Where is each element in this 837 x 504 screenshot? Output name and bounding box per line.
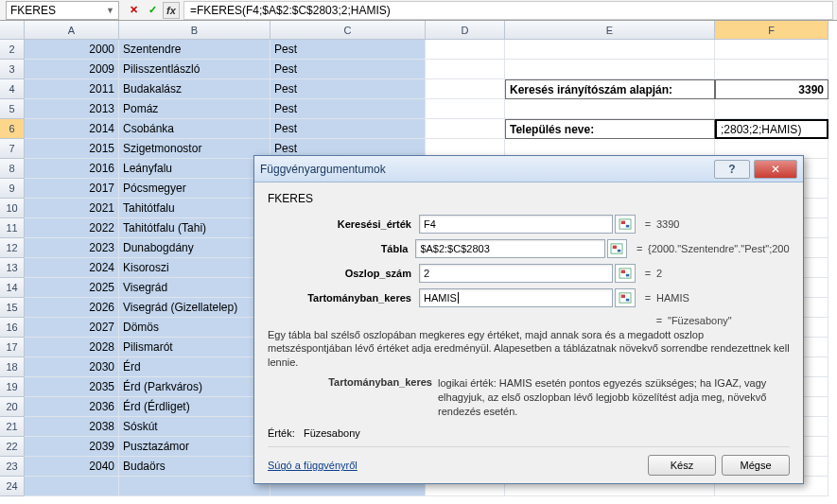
row-header-8[interactable]: 8 [0, 159, 25, 179]
cancel-icon[interactable]: ✕ [125, 2, 142, 19]
cell-A7[interactable]: 2015 [25, 139, 119, 159]
cell-B6[interactable]: Csobánka [119, 119, 270, 139]
cell-B14[interactable]: Visegrád [119, 278, 270, 298]
cell-A23[interactable]: 2040 [25, 457, 119, 477]
cell-B12[interactable]: Dunabogdány [119, 238, 270, 258]
cell-A18[interactable]: 2030 [25, 357, 119, 377]
formula-input[interactable]: =FKERES(F4;$A$2:$C$2803;2;HAMIS) [183, 1, 833, 20]
cell-A15[interactable]: 2026 [25, 298, 119, 318]
cell-C3[interactable]: Pest [270, 60, 426, 79]
cell-B2[interactable]: Szentendre [119, 40, 270, 60]
row-header-20[interactable]: 20 [0, 397, 25, 417]
cell-B5[interactable]: Pomáz [119, 99, 270, 119]
row-header-17[interactable]: 17 [0, 338, 25, 357]
arg-input[interactable]: F4 [419, 215, 613, 234]
row-header-19[interactable]: 19 [0, 377, 25, 397]
cell-A14[interactable]: 2025 [25, 278, 119, 298]
arg-input[interactable]: HAMIS [419, 288, 613, 307]
cell-A21[interactable]: 2038 [25, 417, 119, 437]
dialog-titlebar[interactable]: Függvényargumentumok ? ✕ [254, 156, 803, 182]
cell-B23[interactable]: Budaörs [119, 457, 270, 477]
range-picker-icon[interactable] [607, 239, 628, 258]
range-picker-icon[interactable] [615, 264, 636, 283]
cell-A22[interactable]: 2039 [25, 437, 119, 457]
row-header-22[interactable]: 22 [0, 437, 25, 457]
row-header-18[interactable]: 18 [0, 357, 25, 377]
column-header-F[interactable]: F [715, 21, 828, 40]
row-header-11[interactable]: 11 [0, 218, 25, 238]
cell-A17[interactable]: 2028 [25, 338, 119, 357]
cell-B8[interactable]: Leányfalu [119, 159, 270, 179]
cell-D5[interactable] [426, 99, 505, 119]
range-picker-icon[interactable] [615, 215, 636, 234]
cell-A10[interactable]: 2021 [25, 199, 119, 218]
cell-E6[interactable]: Település neve: [505, 119, 715, 139]
cell-C6[interactable]: Pest [270, 119, 426, 139]
row-header-5[interactable]: 5 [0, 99, 25, 119]
row-header-15[interactable]: 15 [0, 298, 25, 318]
cell-D3[interactable] [426, 60, 505, 79]
row-header-6[interactable]: 6 [0, 119, 25, 139]
cell-E5[interactable] [505, 99, 715, 119]
cell-E4[interactable]: Keresés irányítószám alapján: [505, 79, 715, 99]
cell-D6[interactable] [426, 119, 505, 139]
cell-B21[interactable]: Sóskút [119, 417, 270, 437]
column-header-D[interactable]: D [426, 21, 505, 40]
row-header-16[interactable]: 16 [0, 318, 25, 338]
column-header-E[interactable]: E [505, 21, 715, 40]
accept-icon[interactable]: ✓ [144, 2, 161, 19]
cell-D2[interactable] [426, 40, 505, 60]
cell-F2[interactable] [715, 40, 828, 60]
cell-A2[interactable]: 2000 [25, 40, 119, 60]
cell-B9[interactable]: Pócsmegyer [119, 179, 270, 199]
cell-B19[interactable]: Érd (Parkváros) [119, 377, 270, 397]
arg-input[interactable]: $A$2:$C$2803 [415, 239, 604, 258]
row-header-21[interactable]: 21 [0, 417, 25, 437]
row-header-9[interactable]: 9 [0, 179, 25, 199]
cell-B3[interactable]: Pilisszentlászló [119, 60, 270, 79]
cell-B7[interactable]: Szigetmonostor [119, 139, 270, 159]
dialog-help-button[interactable]: ? [714, 160, 750, 179]
cell-A4[interactable]: 2011 [25, 79, 119, 99]
row-header-14[interactable]: 14 [0, 278, 25, 298]
range-picker-icon[interactable] [615, 288, 636, 307]
cell-B10[interactable]: Tahitótfalu [119, 199, 270, 218]
row-header-2[interactable]: 2 [0, 40, 25, 60]
cell-A9[interactable]: 2017 [25, 179, 119, 199]
column-header-B[interactable]: B [119, 21, 270, 40]
dialog-cancel-button[interactable]: Mégse [722, 455, 790, 476]
cell-B16[interactable]: Dömös [119, 318, 270, 338]
cell-B15[interactable]: Visegrád (Gizellatelep) [119, 298, 270, 318]
row-header-3[interactable]: 3 [0, 60, 25, 79]
cell-B22[interactable]: Pusztazámor [119, 437, 270, 457]
cell-B13[interactable]: Kisoroszi [119, 258, 270, 278]
cell-A11[interactable]: 2022 [25, 218, 119, 238]
cell-A12[interactable]: 2023 [25, 238, 119, 258]
cell-B17[interactable]: Pilismarót [119, 338, 270, 357]
arg-input[interactable]: 2 [419, 264, 613, 283]
cell-C2[interactable]: Pest [270, 40, 426, 60]
cell-B24[interactable] [119, 477, 270, 496]
cell-E3[interactable] [505, 60, 715, 79]
cell-B18[interactable]: Érd [119, 357, 270, 377]
cell-E2[interactable] [505, 40, 715, 60]
cell-C5[interactable]: Pest [270, 99, 426, 119]
row-header-10[interactable]: 10 [0, 199, 25, 218]
cell-A3[interactable]: 2009 [25, 60, 119, 79]
cell-B11[interactable]: Tahitótfalu (Tahi) [119, 218, 270, 238]
dialog-help-link[interactable]: Súgó a függvényről [268, 460, 357, 471]
column-header-C[interactable]: C [270, 21, 426, 40]
select-all-corner[interactable] [0, 21, 25, 40]
cell-A6[interactable]: 2014 [25, 119, 119, 139]
cell-A24[interactable] [25, 477, 119, 496]
row-header-23[interactable]: 23 [0, 457, 25, 477]
row-header-24[interactable]: 24 [0, 477, 25, 496]
row-header-4[interactable]: 4 [0, 79, 25, 99]
cell-F3[interactable] [715, 60, 828, 79]
cell-F5[interactable] [715, 99, 828, 119]
cell-A13[interactable]: 2024 [25, 258, 119, 278]
cell-F6[interactable]: ;2803;2;HAMIS) [715, 119, 828, 139]
row-header-7[interactable]: 7 [0, 139, 25, 159]
cell-A8[interactable]: 2016 [25, 159, 119, 179]
name-box[interactable]: FKERES ▼ [6, 1, 119, 20]
